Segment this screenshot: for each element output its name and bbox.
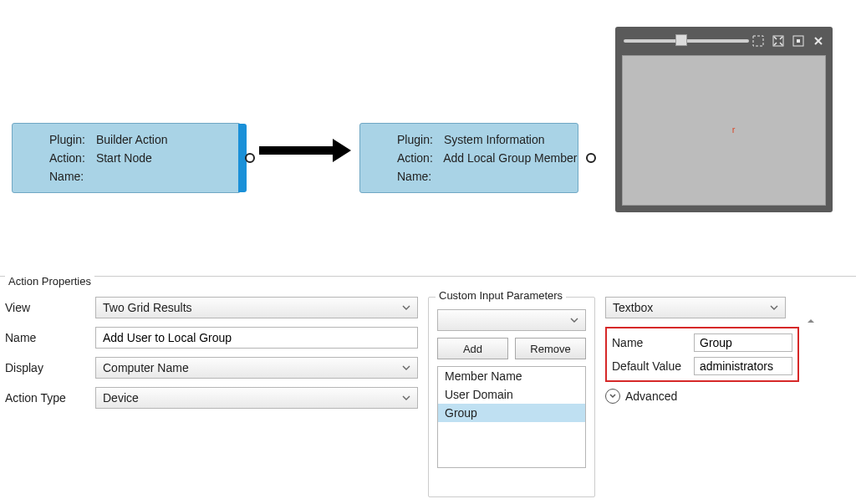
param-name-label: Name bbox=[612, 336, 694, 349]
advanced-label: Advanced bbox=[625, 389, 677, 403]
parameter-detail-panel: Textbox Name Default Value bbox=[605, 297, 819, 497]
parameter-type-select[interactable]: Textbox bbox=[605, 297, 786, 318]
minimap-viewport[interactable]: r bbox=[622, 55, 826, 206]
remove-button[interactable]: Remove bbox=[515, 338, 586, 359]
center-icon[interactable] bbox=[791, 33, 806, 48]
action-type-value: Device bbox=[103, 391, 139, 405]
custom-input-parameters-panel: Custom Input Parameters Add Remove Membe… bbox=[428, 297, 595, 497]
node-action-value: Add Local Group Member bbox=[443, 151, 577, 165]
minimap-marker: r bbox=[732, 125, 736, 135]
list-item[interactable]: Member Name bbox=[438, 367, 585, 385]
display-value: Computer Name bbox=[103, 361, 189, 374]
chevron-down-icon bbox=[770, 305, 778, 310]
section-title: Action Properties bbox=[5, 275, 94, 288]
zoom-slider-thumb[interactable] bbox=[675, 34, 687, 46]
node-action-label: Action: bbox=[397, 149, 441, 167]
display-select[interactable]: Computer Name bbox=[95, 357, 418, 379]
chevron-down-icon bbox=[402, 305, 410, 310]
workflow-canvas[interactable]: Plugin: Builder Action Action: Start Nod… bbox=[0, 0, 856, 276]
svg-rect-3 bbox=[797, 39, 800, 43]
node-start[interactable]: Plugin: Builder Action Action: Start Nod… bbox=[12, 123, 241, 193]
node-plugin-label: Plugin: bbox=[49, 130, 93, 149]
edge-line bbox=[259, 146, 334, 155]
node-plugin-label: Plugin: bbox=[397, 130, 441, 149]
node-name-label: Name: bbox=[397, 167, 441, 186]
scroll-up-icon[interactable] bbox=[806, 317, 818, 328]
view-label: View bbox=[5, 301, 95, 314]
node-action-label: Action: bbox=[49, 149, 93, 167]
parameter-type-value: Textbox bbox=[613, 301, 653, 314]
view-value: Two Grid Results bbox=[103, 301, 192, 314]
advanced-toggle[interactable]: Advanced bbox=[605, 389, 819, 404]
node-plugin-value: System Information bbox=[444, 133, 545, 146]
list-item[interactable]: Group bbox=[438, 404, 585, 422]
svg-rect-0 bbox=[753, 36, 763, 46]
highlighted-region: Name Default Value bbox=[605, 327, 799, 382]
node-add-local-group-member[interactable]: Plugin: System Information Action: Add L… bbox=[359, 123, 578, 193]
node-output-port[interactable] bbox=[245, 153, 255, 163]
edge-arrow-icon bbox=[333, 139, 351, 162]
param-default-input[interactable] bbox=[694, 357, 792, 375]
node-output-port[interactable] bbox=[586, 153, 596, 163]
param-default-label: Default Value bbox=[612, 359, 694, 373]
parameter-list[interactable]: Member Name User Domain Group bbox=[437, 366, 586, 468]
chevron-down-icon bbox=[402, 365, 410, 370]
name-input[interactable] bbox=[95, 327, 418, 349]
cip-title: Custom Input Parameters bbox=[436, 289, 566, 302]
chevron-down-icon bbox=[570, 318, 578, 323]
action-type-label: Action Type bbox=[5, 391, 95, 405]
node-name-label: Name: bbox=[49, 167, 93, 186]
properties-form: View Two Grid Results Name Display Compu… bbox=[5, 297, 418, 497]
add-button[interactable]: Add bbox=[437, 338, 508, 359]
fit-icon[interactable] bbox=[751, 33, 766, 48]
close-icon[interactable] bbox=[811, 33, 826, 48]
action-properties-panel: Action Properties View Two Grid Results … bbox=[0, 276, 856, 504]
node-plugin-value: Builder Action bbox=[96, 133, 168, 146]
name-label: Name bbox=[5, 331, 95, 344]
cip-dropdown[interactable] bbox=[437, 309, 586, 331]
display-label: Display bbox=[5, 361, 95, 374]
view-select[interactable]: Two Grid Results bbox=[95, 297, 418, 318]
param-name-input[interactable] bbox=[694, 333, 792, 352]
minimap-panel[interactable]: r bbox=[615, 27, 833, 212]
list-item[interactable]: User Domain bbox=[438, 385, 585, 404]
action-type-select[interactable]: Device bbox=[95, 387, 418, 409]
expand-circle-icon bbox=[605, 389, 620, 404]
expand-icon[interactable] bbox=[771, 33, 786, 48]
node-action-value: Start Node bbox=[96, 151, 152, 165]
chevron-down-icon bbox=[402, 395, 410, 400]
